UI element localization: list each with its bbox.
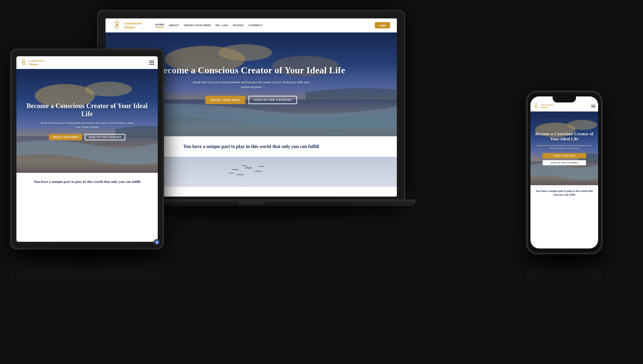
phone-hero-title: Become a Conscious Creator of Your Ideal… [534, 131, 594, 142]
phone-logo-icon [533, 103, 539, 109]
hero-signup-button[interactable]: SIGN UP FOR COURSES [248, 96, 297, 104]
phone-hero-content: Become a Conscious Creator of Your Ideal… [530, 112, 598, 185]
tablet-reflection [10, 253, 164, 280]
tablet-hero-subtitle: Break free from your limiting beliefs an… [40, 121, 134, 129]
phone-hero-subtitle: Break free from your limiting beliefs an… [534, 144, 594, 150]
tablet-nav: Constructive Thinker [16, 56, 158, 69]
tablet-menu-icon[interactable] [149, 61, 154, 65]
hero-buttons: GROW YOUR MIND SIGN UP FOR COURSES [205, 96, 297, 104]
nav-books[interactable]: BOOKS [233, 24, 244, 27]
phone-screen: Constructive Thinker [530, 96, 598, 248]
tablet-hero-title: Become a Conscious Creator of Your Ideal… [26, 102, 148, 118]
svg-point-9 [23, 60, 24, 61]
logo-icon [112, 21, 122, 30]
tablet-frame: Constructive Thinker [10, 49, 164, 249]
phone-signup-button[interactable]: SIGN UP FOR COURSES [543, 160, 586, 165]
nav-connect[interactable]: CONNECT [248, 24, 263, 27]
laptop-logo-text: Constructive Thinker [124, 21, 142, 29]
scene: Constructive Thinker HOME ABOUT GROW YOU… [0, 0, 643, 364]
tablet-screen: Constructive Thinker [16, 56, 158, 242]
hero-grow-mind-button[interactable]: GROW YOUR MIND [205, 96, 245, 104]
laptop-logo: Constructive Thinker [112, 21, 142, 30]
nav-grow[interactable]: GROW YOUR MIND [184, 24, 211, 27]
phone-reflection [526, 258, 603, 281]
svg-point-1 [116, 22, 118, 23]
svg-point-14 [535, 103, 537, 105]
hero-title: Become a Conscious Creator of Your Ideal… [157, 65, 345, 76]
phone-below-hero: You have a unique part to play in this w… [530, 185, 598, 201]
phone-grow-mind-button[interactable]: GROW YOUR MIND [543, 153, 586, 158]
nav-home[interactable]: HOME [155, 23, 164, 27]
tablet-below-hero: You have a unique part to play in this w… [16, 173, 158, 191]
phone-menu-icon[interactable] [591, 105, 595, 108]
accessibility-icon[interactable]: ♿ [154, 239, 160, 245]
tablet-device: Constructive Thinker [10, 49, 164, 249]
phone-below-title: You have a unique part to play in this w… [534, 189, 595, 197]
laptop-nav: Constructive Thinker HOME ABOUT GROW YOU… [105, 18, 397, 32]
nav-about[interactable]: ABOUT [169, 24, 179, 27]
nav-dr-lisa[interactable]: DR. LISA [216, 24, 228, 27]
tablet-hero-buttons: GROW YOUR MIND SIGN UP FOR COURSES [49, 134, 126, 140]
login-button[interactable]: Login [375, 22, 390, 28]
phone-frame: Constructive Thinker [526, 90, 603, 254]
tablet-hero-content: Become a Conscious Creator of Your Ideal… [16, 69, 158, 173]
tablet-logo: Constructive Thinker [20, 59, 44, 66]
laptop-nav-links: HOME ABOUT GROW YOUR MIND DR. LISA BOOKS… [155, 22, 390, 28]
phone-logo-text: Constructive Thinker [540, 103, 553, 109]
phone-hero: Become a Conscious Creator of Your Ideal… [530, 112, 598, 185]
tablet-logo-icon [20, 59, 27, 66]
phone-hero-buttons: GROW YOUR MIND SIGN UP FOR COURSES [534, 153, 594, 165]
accessibility-symbol: ♿ [155, 240, 159, 244]
phone-logo: Constructive Thinker [533, 103, 553, 109]
tablet-hero: Become a Conscious Creator of Your Ideal… [16, 69, 158, 173]
tablet-signup-button[interactable]: SIGN UP FOR COURSES [85, 134, 125, 140]
tablet-grow-mind-button[interactable]: GROW YOUR MIND [49, 134, 82, 140]
phone-notch [553, 96, 576, 102]
tablet-logo-text: Constructive Thinker [28, 59, 44, 66]
phone-device: Constructive Thinker [526, 90, 603, 254]
hero-subtitle: Break free from your limiting beliefs an… [191, 80, 311, 90]
tablet-below-title: You have a unique part to play in this w… [23, 179, 151, 185]
